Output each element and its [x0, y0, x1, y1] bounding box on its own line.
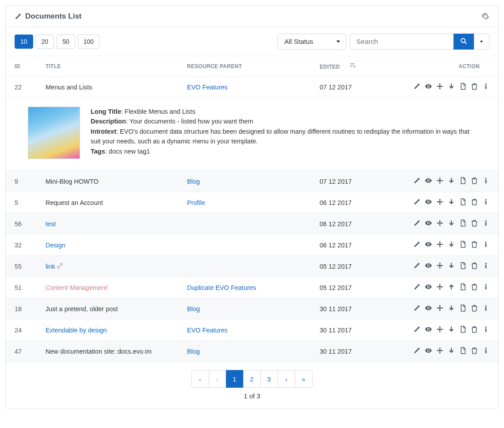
action-info-icon[interactable]	[482, 305, 489, 312]
action-delete-icon[interactable]	[471, 177, 478, 184]
action-info-icon[interactable]	[482, 241, 489, 248]
action-unpublish-icon[interactable]	[448, 220, 455, 227]
action-edit-icon[interactable]	[413, 83, 420, 90]
col-edited[interactable]: EDITED	[311, 56, 373, 77]
action-delete-icon[interactable]	[471, 241, 478, 248]
row-parent[interactable]: Profile	[187, 199, 205, 206]
action-view-icon[interactable]	[425, 198, 432, 205]
action-edit-icon[interactable]	[413, 326, 420, 333]
action-move-icon[interactable]	[436, 326, 443, 333]
action-duplicate-icon[interactable]	[459, 83, 466, 90]
action-duplicate-icon[interactable]	[459, 347, 466, 354]
row-parent[interactable]: EVO Features	[187, 327, 228, 334]
action-edit-icon[interactable]	[413, 198, 420, 205]
action-view-icon[interactable]	[425, 305, 432, 312]
action-edit-icon[interactable]	[413, 241, 420, 248]
row-parent[interactable]: Blog	[187, 348, 200, 355]
action-edit-icon[interactable]	[413, 305, 420, 312]
col-parent[interactable]: RESOURCE PARENT	[178, 56, 311, 77]
action-unpublish-icon[interactable]	[448, 83, 455, 90]
gear-icon[interactable]	[481, 12, 489, 20]
action-duplicate-icon[interactable]	[459, 283, 466, 290]
action-unpublish-icon[interactable]	[448, 262, 455, 269]
action-unpublish-icon[interactable]	[448, 177, 455, 184]
action-move-icon[interactable]	[436, 83, 443, 90]
action-view-icon[interactable]	[425, 241, 432, 248]
row-parent[interactable]: Blog	[187, 305, 200, 312]
action-move-icon[interactable]	[436, 220, 443, 227]
action-view-icon[interactable]	[425, 177, 432, 184]
action-info-icon[interactable]	[482, 347, 489, 354]
pager-next[interactable]: ›	[278, 370, 295, 388]
row-title[interactable]: link	[46, 263, 55, 270]
action-info-icon[interactable]	[482, 177, 489, 184]
action-view-icon[interactable]	[425, 326, 432, 333]
search-dropdown-button[interactable]	[474, 34, 489, 50]
action-unpublish-icon[interactable]	[448, 326, 455, 333]
row-title[interactable]: Extendable by design	[46, 327, 107, 334]
action-delete-icon[interactable]	[471, 220, 478, 227]
action-publish-icon[interactable]	[448, 283, 455, 290]
action-delete-icon[interactable]	[471, 262, 478, 269]
action-info-icon[interactable]	[482, 326, 489, 333]
action-duplicate-icon[interactable]	[459, 220, 466, 227]
action-view-icon[interactable]	[425, 283, 432, 290]
action-info-icon[interactable]	[482, 262, 489, 269]
action-edit-icon[interactable]	[413, 283, 420, 290]
action-duplicate-icon[interactable]	[459, 305, 466, 312]
action-duplicate-icon[interactable]	[459, 198, 466, 205]
col-id[interactable]: ID	[6, 56, 37, 77]
action-edit-icon[interactable]	[413, 220, 420, 227]
action-view-icon[interactable]	[425, 220, 432, 227]
sort-icon[interactable]	[349, 62, 355, 69]
action-duplicate-icon[interactable]	[459, 241, 466, 248]
row-parent[interactable]: EVO Features	[187, 84, 228, 91]
pager-page-3[interactable]: 3	[260, 370, 278, 388]
action-move-icon[interactable]	[436, 177, 443, 184]
action-info-icon[interactable]	[482, 83, 489, 90]
page-size-20[interactable]: 20	[36, 35, 54, 49]
action-delete-icon[interactable]	[471, 198, 478, 205]
search-input[interactable]	[350, 34, 454, 50]
action-delete-icon[interactable]	[471, 305, 478, 312]
action-view-icon[interactable]	[425, 83, 432, 90]
page-size-10[interactable]: 10	[15, 35, 33, 49]
action-delete-icon[interactable]	[471, 326, 478, 333]
row-title[interactable]: test	[46, 220, 56, 227]
pager-page-1[interactable]: 1	[226, 370, 244, 388]
action-delete-icon[interactable]	[471, 83, 478, 90]
action-move-icon[interactable]	[436, 262, 443, 269]
action-info-icon[interactable]	[482, 283, 489, 290]
search-button[interactable]	[454, 34, 474, 50]
action-duplicate-icon[interactable]	[459, 262, 466, 269]
col-title[interactable]: TITLE	[37, 56, 178, 77]
action-view-icon[interactable]	[425, 347, 432, 354]
action-move-icon[interactable]	[436, 305, 443, 312]
action-edit-icon[interactable]	[413, 262, 420, 269]
pager-last[interactable]: »	[295, 370, 313, 388]
pager-page-2[interactable]: 2	[243, 370, 261, 388]
status-select[interactable]: All Status	[278, 34, 346, 50]
action-unpublish-icon[interactable]	[448, 198, 455, 205]
action-edit-icon[interactable]	[413, 177, 420, 184]
action-move-icon[interactable]	[436, 241, 443, 248]
action-delete-icon[interactable]	[471, 347, 478, 354]
action-unpublish-icon[interactable]	[448, 305, 455, 312]
action-unpublish-icon[interactable]	[448, 241, 455, 248]
action-move-icon[interactable]	[436, 198, 443, 205]
action-info-icon[interactable]	[482, 220, 489, 227]
action-duplicate-icon[interactable]	[459, 326, 466, 333]
action-move-icon[interactable]	[436, 283, 443, 290]
row-parent[interactable]: Duplicate EVO Features	[187, 284, 256, 291]
action-duplicate-icon[interactable]	[459, 177, 466, 184]
action-view-icon[interactable]	[425, 262, 432, 269]
action-unpublish-icon[interactable]	[448, 347, 455, 354]
action-info-icon[interactable]	[482, 198, 489, 205]
page-size-50[interactable]: 50	[57, 35, 75, 49]
page-size-100[interactable]: 100	[78, 35, 99, 49]
row-parent[interactable]: Blog	[187, 178, 200, 185]
action-move-icon[interactable]	[436, 347, 443, 354]
row-title[interactable]: Design	[46, 242, 65, 249]
action-edit-icon[interactable]	[413, 347, 420, 354]
action-delete-icon[interactable]	[471, 283, 478, 290]
